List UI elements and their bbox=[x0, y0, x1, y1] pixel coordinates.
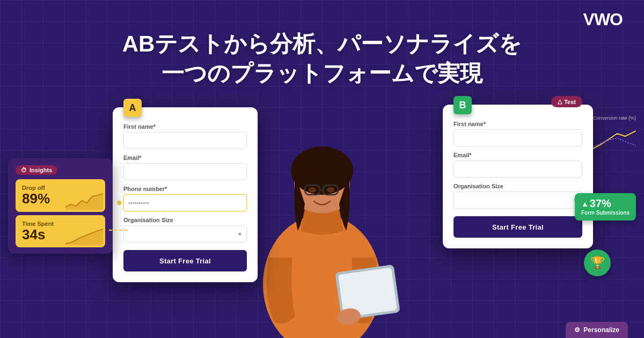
up-arrow-icon: ▲ bbox=[581, 200, 589, 208]
form-b-firstname-label: First name* bbox=[453, 121, 582, 127]
form-a-phone-label: Phone number* bbox=[123, 186, 247, 192]
form-a-firstname-input[interactable] bbox=[123, 132, 247, 149]
insights-icon: ⏱ bbox=[21, 167, 27, 173]
form-a-org-label: Organisation Size bbox=[123, 217, 247, 223]
test-badge: △ Test bbox=[551, 96, 582, 107]
variant-a-badge: A bbox=[123, 99, 142, 117]
svg-point-2 bbox=[294, 154, 350, 216]
dashed-line-indicator bbox=[109, 230, 128, 231]
svg-rect-9 bbox=[335, 264, 400, 320]
form-a-cta-button[interactable]: Start Free Trial bbox=[123, 250, 247, 271]
time-spent-chart bbox=[65, 226, 103, 245]
form-b-email-input[interactable] bbox=[453, 160, 582, 178]
form-a-org-select[interactable] bbox=[123, 225, 247, 243]
phone-wrapper bbox=[123, 194, 247, 211]
drop-off-section: Drop off 89% bbox=[16, 179, 105, 212]
form-b-org-select[interactable] bbox=[453, 192, 582, 209]
svg-point-11 bbox=[336, 307, 362, 326]
hero-title-line2: 一つのプラットフォームで実現 bbox=[162, 61, 482, 86]
org-select-wrapper-a: ▼ bbox=[123, 225, 247, 243]
form-card-b: B △ Test First name* Email* Organisation… bbox=[443, 105, 593, 248]
form-b-firstname-input[interactable] bbox=[453, 129, 582, 146]
insights-badge: ⏱ Insights bbox=[16, 165, 57, 175]
personalize-icon: ⚙ bbox=[574, 326, 580, 334]
org-select-wrapper-b: ▼ bbox=[453, 192, 582, 209]
trophy-badge: 🏆 bbox=[584, 249, 611, 276]
form-a-email-input[interactable] bbox=[123, 163, 247, 180]
form-submissions-label: Form Submissions bbox=[581, 210, 630, 216]
variant-b-badge: B bbox=[453, 96, 472, 114]
phone-dot-indicator bbox=[117, 201, 121, 205]
personalize-badge: ⚙ Personalize bbox=[566, 322, 628, 338]
svg-point-3 bbox=[291, 146, 353, 195]
form-b-email-label: Email* bbox=[453, 152, 582, 158]
form-b-cta-button[interactable]: Start Free Trial bbox=[453, 216, 582, 238]
svg-rect-10 bbox=[338, 267, 397, 317]
svg-point-0 bbox=[263, 215, 381, 338]
header: VWO bbox=[0, 0, 644, 39]
svg-rect-1 bbox=[311, 199, 333, 220]
svg-point-7 bbox=[309, 187, 316, 193]
time-spent-label: Time Spent bbox=[22, 221, 99, 227]
insights-card: ⏱ Insights Drop off 89% Time Spent 34s bbox=[8, 158, 113, 254]
form-a-email-label: Email* bbox=[123, 155, 247, 161]
drop-off-chart bbox=[65, 191, 103, 210]
person-illustration bbox=[241, 91, 402, 338]
trophy-icon: 🏆 bbox=[590, 256, 605, 270]
svg-rect-4 bbox=[305, 185, 320, 195]
svg-point-8 bbox=[327, 187, 334, 193]
test-icon: △ bbox=[558, 98, 562, 105]
form-a-phone-input[interactable] bbox=[123, 194, 247, 211]
logo: VWO bbox=[583, 10, 623, 30]
form-b-org-label: Organisation Size bbox=[453, 183, 582, 189]
time-spent-section: Time Spent 34s bbox=[16, 215, 105, 248]
form-submissions-badge: ▲ 37% Form Submissions bbox=[575, 193, 636, 221]
form-a-firstname-label: First name* bbox=[123, 123, 247, 130]
form-submissions-value: ▲ 37% bbox=[581, 197, 630, 210]
svg-rect-5 bbox=[323, 185, 338, 195]
form-card-a: A First name* Email* Phone number* Organ… bbox=[113, 107, 258, 282]
personalize-label: Personalize bbox=[583, 326, 619, 334]
